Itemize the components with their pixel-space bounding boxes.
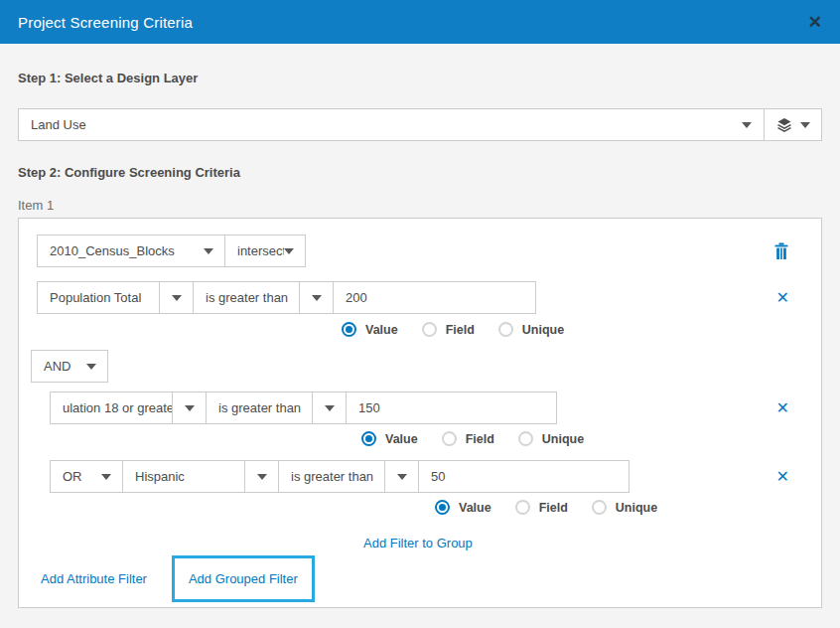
radio-field[interactable]: Field [442,431,494,446]
step2-heading: Step 2: Configure Screening Criteria [18,165,822,180]
radio-selected-icon [435,500,450,515]
value-type-radio-group: Value Field Unique [342,322,807,337]
group-filter-row: ulation 18 or greater is greater than ✕ [50,392,807,424]
radio-unique[interactable]: Unique [592,500,657,515]
radio-unselected-icon [518,431,533,446]
remove-filter-button[interactable]: ✕ [776,400,789,416]
item-label: Item 1 [18,198,822,213]
radio-value[interactable]: Value [342,322,398,337]
chevron-down-icon[interactable] [159,282,193,313]
logic-value: AND [32,359,86,374]
layer-tools-dropdown[interactable] [765,108,822,141]
layers-icon [776,117,792,133]
field-value: Population Total [38,290,159,305]
value-type-radio-group: Value Field Unique [435,500,807,515]
field-dropdown[interactable]: ulation 18 or greater [50,392,207,424]
radio-unselected-icon [498,322,513,337]
chevron-down-icon [284,248,294,254]
radio-value[interactable]: Value [361,431,418,446]
trash-icon [773,242,789,260]
delete-item-button[interactable] [773,242,789,260]
radio-field[interactable]: Field [515,500,568,515]
target-layer-value: 2010_Census_Blocks [38,243,204,258]
add-grouped-filter-highlight-box: Add Grouped Filter [172,555,315,602]
operator-value: is greater than [207,400,312,415]
chevron-down-icon [800,122,810,128]
add-attribute-filter-link[interactable]: Add Attribute Filter [41,571,147,586]
operator-value: is greater than [194,290,299,305]
radio-unselected-icon [442,431,457,446]
radio-value[interactable]: Value [435,500,491,515]
value-input[interactable] [418,460,630,493]
chevron-down-icon [101,474,111,480]
remove-filter-button[interactable]: ✕ [776,469,789,485]
logic-dropdown[interactable]: AND [31,350,108,383]
group-logic-dropdown[interactable]: OR [50,460,123,493]
design-layer-dropdown[interactable]: Land Use [18,108,765,141]
design-layer-value: Land Use [31,117,86,132]
chevron-down-icon [204,248,213,254]
layer-criteria-row: 2010_Census_Blocks intersects [37,235,807,267]
close-icon[interactable]: ✕ [808,14,822,31]
field-dropdown[interactable]: Population Total [37,281,194,314]
radio-unselected-icon [592,500,607,515]
spatial-operator-dropdown[interactable]: intersects [224,235,306,267]
add-filter-to-group-link[interactable]: Add Filter to Group [363,536,473,550]
project-screening-criteria-dialog: Project Screening Criteria ✕ Step 1: Sel… [0,0,840,628]
radio-field[interactable]: Field [422,322,475,337]
radio-unselected-icon [515,500,530,515]
item-card: 2010_Census_Blocks intersects [18,218,822,608]
logic-row: AND [31,350,807,383]
group-logic-value: OR [51,469,101,484]
chevron-down-icon[interactable] [172,392,206,423]
dialog-title: Project Screening Criteria [18,14,193,31]
radio-selected-icon [361,431,376,446]
radio-unique[interactable]: Unique [518,431,584,446]
chevron-down-icon [742,122,752,128]
field-value: Hispanic [123,469,244,484]
field-dropdown[interactable]: Hispanic [122,460,279,493]
dialog-header: Project Screening Criteria ✕ [0,0,840,44]
chevron-down-icon[interactable] [312,392,346,423]
item-actions-row: Add Attribute Filter Add Grouped Filter [31,555,807,602]
filter-group: ulation 18 or greater is greater than ✕ … [50,392,807,551]
value-input[interactable] [333,281,536,314]
remove-filter-button[interactable]: ✕ [776,290,789,306]
radio-unselected-icon [422,322,437,337]
radio-unique[interactable]: Unique [498,322,564,337]
operator-dropdown[interactable]: is greater than [193,281,334,314]
attribute-filter-row: Population Total is greater than ✕ [37,281,807,314]
chevron-down-icon[interactable] [244,461,278,492]
add-grouped-filter-link[interactable]: Add Grouped Filter [189,571,298,586]
operator-dropdown[interactable]: is greater than [278,460,419,493]
target-layer-dropdown[interactable]: 2010_Census_Blocks [37,235,225,267]
chevron-down-icon[interactable] [384,461,418,492]
operator-dropdown[interactable]: is greater than [206,392,347,424]
step1-heading: Step 1: Select a Design Layer [18,71,822,85]
chevron-down-icon[interactable] [299,282,333,313]
design-layer-row: Land Use [18,108,822,141]
operator-value: is greater than [279,469,384,484]
field-value: ulation 18 or greater [51,400,172,415]
radio-selected-icon [342,322,356,337]
spatial-operator-value: intersects [225,243,284,258]
chevron-down-icon [86,364,96,370]
group-filter-row: OR Hispanic is greater than ✕ [50,460,807,493]
value-input[interactable] [346,392,557,424]
value-type-radio-group: Value Field Unique [361,431,807,446]
